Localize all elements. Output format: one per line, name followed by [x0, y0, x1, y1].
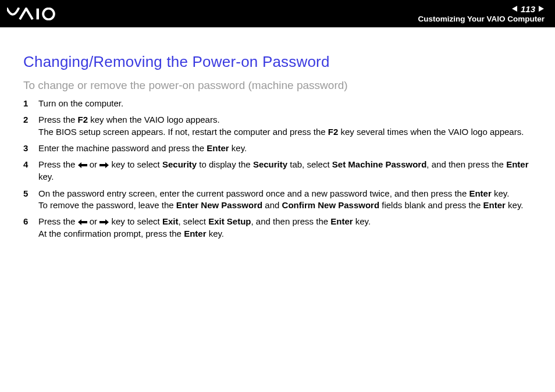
step-6: Press the or key to select Exit, select …	[23, 216, 532, 240]
page-title: Changing/Removing the Power-on Password	[23, 53, 532, 71]
step-5: On the password entry screen, enter the …	[23, 188, 532, 212]
step-text: Press the F2 key when the VAIO logo appe…	[38, 114, 532, 138]
step-text: On the password entry screen, enter the …	[38, 188, 532, 212]
left-arrow-icon	[78, 159, 87, 171]
step-text: Press the or key to select Exit, select …	[38, 216, 532, 240]
right-arrow-icon	[99, 159, 109, 171]
step-4: Press the or key to select Security to d…	[23, 159, 532, 183]
left-arrow-icon	[78, 216, 87, 228]
step-1: Turn on the computer.	[23, 98, 532, 109]
page-number: 113	[521, 5, 535, 13]
page-navigation: 113	[418, 5, 545, 13]
svg-marker-6	[78, 219, 87, 225]
step-text: Enter the machine password and press the…	[38, 142, 532, 154]
svg-marker-5	[99, 162, 109, 168]
svg-rect-0	[37, 8, 39, 19]
svg-marker-4	[78, 162, 87, 168]
svg-marker-2	[512, 6, 517, 12]
next-page-arrow-icon[interactable]	[538, 5, 545, 13]
header-bar: 113 Customizing Your VAIO Computer	[0, 0, 555, 27]
page-content: Changing/Removing the Power-on Password …	[0, 27, 555, 240]
vaio-logo	[7, 8, 71, 20]
step-3: Enter the machine password and press the…	[23, 142, 532, 154]
right-arrow-icon	[99, 216, 109, 228]
instruction-list: Turn on the computer. Press the F2 key w…	[23, 98, 532, 240]
step-2: Press the F2 key when the VAIO logo appe…	[23, 114, 532, 138]
svg-point-1	[43, 8, 54, 19]
svg-marker-3	[539, 6, 544, 12]
svg-marker-7	[99, 219, 109, 225]
prev-page-arrow-icon[interactable]	[511, 5, 518, 13]
step-text: Turn on the computer.	[38, 98, 532, 109]
section-title: Customizing Your VAIO Computer	[418, 15, 545, 23]
page-subtitle: To change or remove the power-on passwor…	[23, 79, 532, 92]
step-text: Press the or key to select Security to d…	[38, 159, 532, 183]
